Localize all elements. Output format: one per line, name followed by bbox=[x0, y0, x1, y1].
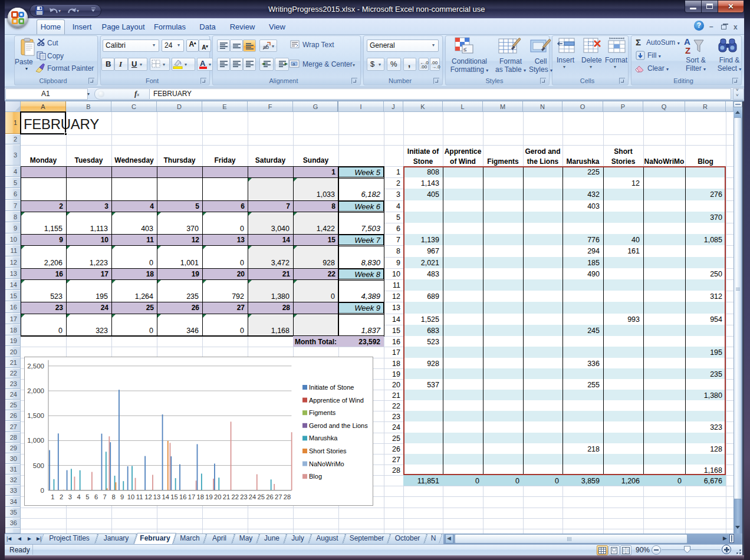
svg-text:2,000: 2,000 bbox=[27, 387, 44, 394]
svg-text:1,500: 1,500 bbox=[27, 412, 44, 419]
svg-text:14: 14 bbox=[162, 493, 169, 500]
svg-text:18: 18 bbox=[196, 493, 203, 500]
svg-text:7: 7 bbox=[103, 493, 107, 500]
svg-text:0: 0 bbox=[41, 487, 44, 494]
svg-text:6: 6 bbox=[94, 493, 98, 500]
svg-text:Short Stories: Short Stories bbox=[309, 447, 347, 454]
svg-text:4: 4 bbox=[77, 493, 80, 500]
svg-text:28: 28 bbox=[284, 493, 291, 500]
svg-text:11: 11 bbox=[136, 493, 143, 500]
svg-text:16: 16 bbox=[179, 493, 186, 500]
svg-text:500: 500 bbox=[33, 462, 44, 469]
svg-text:Initiate of Stone: Initiate of Stone bbox=[309, 384, 354, 391]
svg-text:24: 24 bbox=[249, 493, 256, 500]
svg-text:20: 20 bbox=[214, 493, 221, 500]
svg-text:21: 21 bbox=[223, 493, 230, 500]
svg-text:a: a bbox=[292, 61, 295, 67]
svg-text:15: 15 bbox=[170, 493, 177, 500]
svg-text:≤: ≤ bbox=[463, 46, 467, 52]
svg-text:ab: ab bbox=[263, 44, 269, 50]
svg-text:10: 10 bbox=[127, 493, 134, 500]
svg-text:3: 3 bbox=[68, 493, 72, 500]
svg-text:5: 5 bbox=[85, 493, 89, 500]
svg-text:Marushka: Marushka bbox=[309, 434, 338, 442]
svg-text:26: 26 bbox=[266, 493, 273, 500]
svg-text:Gerod and the Lions: Gerod and the Lions bbox=[309, 422, 368, 429]
svg-text:8: 8 bbox=[111, 493, 115, 500]
svg-text:17: 17 bbox=[188, 493, 195, 500]
svg-text:NaNoWriMo: NaNoWriMo bbox=[309, 460, 344, 467]
svg-text:1,000: 1,000 bbox=[27, 437, 44, 444]
svg-text:23: 23 bbox=[240, 493, 247, 500]
svg-text:Z: Z bbox=[685, 45, 690, 55]
svg-text:Figments: Figments bbox=[309, 409, 336, 416]
svg-text:12: 12 bbox=[144, 493, 152, 500]
svg-text:Blog: Blog bbox=[309, 473, 322, 480]
svg-text:2: 2 bbox=[60, 493, 63, 500]
svg-text:19: 19 bbox=[205, 493, 212, 500]
svg-text:25: 25 bbox=[258, 493, 265, 500]
svg-text:22: 22 bbox=[231, 493, 238, 500]
svg-text:Apprentice of Wind: Apprentice of Wind bbox=[309, 397, 364, 404]
svg-text:13: 13 bbox=[153, 493, 160, 500]
svg-text:1: 1 bbox=[51, 493, 54, 500]
svg-text:2,500: 2,500 bbox=[27, 363, 44, 370]
svg-text:27: 27 bbox=[275, 493, 282, 500]
svg-text:9: 9 bbox=[120, 493, 124, 500]
